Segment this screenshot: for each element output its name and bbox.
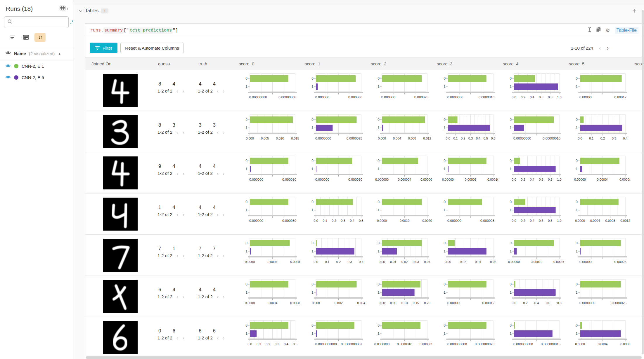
svg-text:0: 0: [576, 159, 578, 163]
guess-cell: 14 1-2 of 2 ‹ ›: [156, 194, 197, 234]
sort-caret-up-icon[interactable]: ▲: [58, 52, 61, 55]
handwritten-7-image[interactable]: [103, 239, 138, 272]
chevron-down-icon[interactable]: [79, 8, 82, 13]
prev-item-chevron-icon[interactable]: ‹: [217, 130, 219, 134]
prev-item-chevron-icon[interactable]: ‹: [176, 172, 178, 175]
next-item-chevron-icon[interactable]: ›: [182, 336, 184, 340]
horizontal-scrollbar[interactable]: [86, 356, 642, 359]
filter-button[interactable]: Filter: [90, 43, 117, 53]
run-list-item[interactable]: CNN-2, E 5: [0, 72, 73, 83]
truth-range-label: 1-2 of 2: [198, 171, 213, 176]
next-item-chevron-icon[interactable]: ›: [223, 130, 224, 134]
filter-funnel-icon[interactable]: [6, 33, 18, 42]
next-item-chevron-icon[interactable]: ›: [182, 130, 184, 134]
run-list-item[interactable]: CNN-2, E 1: [0, 60, 73, 72]
svg-text:0.0004: 0.0004: [268, 260, 278, 264]
next-item-chevron-icon[interactable]: ›: [223, 89, 224, 93]
svg-text:0.05: 0.05: [390, 301, 396, 305]
next-item-chevron-icon[interactable]: ›: [182, 254, 184, 257]
svg-text:1: 1: [576, 249, 578, 253]
handwritten-4-image[interactable]: [103, 74, 138, 107]
sort-icon[interactable]: ↓↑: [34, 33, 46, 42]
next-item-chevron-icon[interactable]: ›: [182, 213, 184, 216]
group-list-icon[interactable]: [20, 33, 32, 42]
run-visibility-eye-icon[interactable]: [5, 64, 11, 69]
score-bar-chart: 010.0000000.000030: [240, 155, 300, 183]
column-header-score_3[interactable]: score_3: [435, 61, 501, 66]
next-item-chevron-icon[interactable]: ›: [182, 295, 184, 299]
prev-item-chevron-icon[interactable]: ‹: [217, 89, 219, 93]
table-file-link[interactable]: Table-File: [615, 27, 638, 34]
prev-item-chevron-icon[interactable]: ‹: [176, 89, 178, 93]
runs-table-grid-icon[interactable]: [60, 6, 66, 12]
svg-text:0.012: 0.012: [423, 137, 431, 140]
table-row: 14 1-2 of 2 ‹ › 44 1-2 of 2 ‹ › 010.0000…: [85, 194, 644, 235]
next-item-chevron-icon[interactable]: ›: [182, 172, 184, 175]
svg-text:0: 0: [444, 323, 446, 327]
prev-item-chevron-icon[interactable]: ‹: [176, 213, 178, 216]
add-panel-icon[interactable]: +: [632, 8, 636, 13]
column-header-score_5[interactable]: score_5: [567, 61, 633, 66]
copy-icon[interactable]: [596, 27, 601, 34]
table-row: 94 1-2 of 2 ‹ › 44 1-2 of 2 ‹ › 010.0000…: [85, 152, 644, 194]
column-header-score_2[interactable]: score_2: [369, 61, 435, 66]
svg-text:0: 0: [444, 118, 446, 122]
svg-text:0: 0: [444, 76, 446, 81]
prev-item-chevron-icon[interactable]: ‹: [217, 254, 219, 257]
column-header-truth[interactable]: truth: [197, 61, 237, 66]
column-header-score_1[interactable]: score_1: [303, 61, 369, 66]
runs-search-box[interactable]: .*: [4, 16, 69, 28]
prev-item-chevron-icon[interactable]: ‹: [176, 336, 178, 340]
gear-icon[interactable]: ⚙: [605, 27, 610, 33]
table-row: 06 1-2 of 2 ‹ › 66 1-2 of 2 ‹ › 010.00.1…: [85, 317, 644, 358]
table-panel-card: runs.summary["test_predictions"] ⚙ Table…: [85, 23, 644, 359]
score-bar-chart: 010.000000.00025: [570, 237, 630, 265]
text-cursor-icon[interactable]: [588, 27, 591, 34]
column-header-joined-on[interactable]: Joined On: [87, 61, 156, 66]
svg-text:0: 0: [245, 282, 247, 286]
score-chart-cell: 010.00.10.20.30.40.5: [303, 194, 369, 234]
column-header-score_0[interactable]: score_0: [237, 61, 303, 66]
svg-text:0.02: 0.02: [401, 260, 408, 264]
score-chart-cell: 010.00.10.20.30.40.5: [237, 317, 303, 358]
column-header-guess[interactable]: guess: [156, 61, 197, 66]
handwritten-3-image[interactable]: [103, 115, 138, 148]
handwritten-6-image[interactable]: [103, 321, 138, 354]
prev-item-chevron-icon[interactable]: ‹: [217, 336, 219, 340]
reset-automate-columns-button[interactable]: Reset & Automate Columns: [120, 43, 183, 53]
run-visibility-eye-icon[interactable]: [5, 75, 11, 80]
prev-item-chevron-icon[interactable]: ‹: [217, 295, 219, 299]
score-bar-chart: 010.0000.0050.0100.015: [240, 114, 300, 142]
next-item-chevron-icon[interactable]: ›: [182, 89, 184, 93]
svg-text:0.3: 0.3: [341, 219, 345, 222]
search-input[interactable]: [15, 20, 68, 25]
next-item-chevron-icon[interactable]: ›: [223, 172, 224, 175]
handwritten-4-image[interactable]: [103, 280, 138, 313]
handwritten-4-image[interactable]: [103, 198, 138, 231]
prev-item-chevron-icon[interactable]: ‹: [217, 172, 219, 175]
prev-item-chevron-icon[interactable]: ‹: [217, 213, 219, 216]
guess-range-label: 1-2 of 2: [157, 88, 172, 93]
next-item-chevron-icon[interactable]: ›: [223, 254, 224, 257]
prev-item-chevron-icon[interactable]: ‹: [176, 254, 178, 257]
guess-cell: 84 1-2 of 2 ‹ ›: [156, 70, 197, 111]
svg-text:0.000000000: 0.000000000: [447, 342, 467, 346]
next-page-chevron-icon[interactable]: ›: [607, 46, 609, 50]
visibility-eye-icon[interactable]: [5, 51, 11, 56]
vertical-scrollbar[interactable]: [642, 10, 644, 354]
prev-item-chevron-icon[interactable]: ‹: [176, 130, 178, 134]
query-expression-bar[interactable]: runs.summary["test_predictions"] ⚙ Table…: [85, 24, 644, 37]
next-item-chevron-icon[interactable]: ›: [223, 295, 224, 299]
runs-name-header[interactable]: Name (2 visualized) ▲: [0, 47, 73, 60]
svg-text:0.00004: 0.00004: [597, 178, 609, 181]
sidebar-expand-chevron-icon[interactable]: ›: [67, 6, 68, 11]
next-item-chevron-icon[interactable]: ›: [223, 336, 224, 340]
column-header-score_4[interactable]: score_4: [501, 61, 567, 66]
handwritten-4-image[interactable]: [103, 156, 138, 189]
svg-text:0: 0: [444, 282, 446, 286]
prev-item-chevron-icon[interactable]: ‹: [176, 295, 178, 299]
svg-text:0.20: 0.20: [424, 301, 430, 305]
next-item-chevron-icon[interactable]: ›: [223, 213, 224, 216]
score-chart-cell: 010.0000000.000030: [303, 152, 369, 193]
prev-page-chevron-icon[interactable]: ‹: [599, 46, 601, 50]
